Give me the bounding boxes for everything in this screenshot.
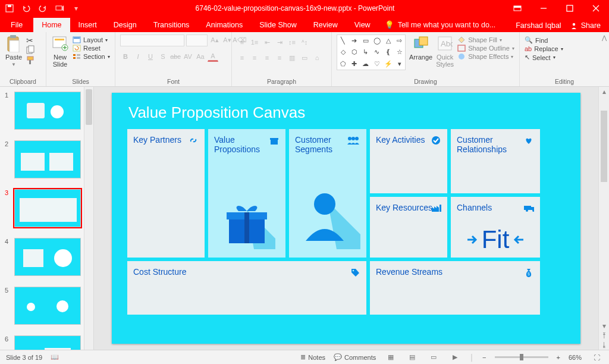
tab-animations[interactable]: Animations (197, 18, 251, 32)
zoom-level[interactable]: 66% (569, 354, 582, 361)
font-family-combo[interactable] (120, 34, 184, 46)
save-icon[interactable] (5, 4, 14, 13)
align-text-button[interactable]: ▭ (299, 52, 310, 63)
thumbnail-3[interactable]: 3 (5, 189, 81, 227)
zoom-slider[interactable] (495, 356, 548, 358)
shape-star-icon[interactable]: ☆ (394, 46, 405, 58)
copy-icon[interactable] (26, 45, 35, 56)
decrease-font-icon[interactable]: A▾ (222, 34, 233, 45)
shape-pentagon-icon[interactable]: ⬠ (337, 58, 349, 70)
tab-view[interactable]: View (346, 18, 379, 32)
cell-key-resources[interactable]: Key Resources (370, 197, 447, 258)
canvas-vertical-scrollbar[interactable]: ▴ ▾ ⭱ ⭳ (598, 87, 609, 350)
line-spacing-button[interactable]: ↕≡ (287, 37, 297, 48)
undo-icon[interactable] (21, 4, 31, 13)
shape-callout-icon[interactable]: ⬡ (349, 46, 360, 58)
cell-key-activities[interactable]: Key Activities (370, 129, 447, 193)
find-button[interactable]: 🔍Find (525, 36, 563, 44)
spellcheck-icon[interactable]: 📖 (51, 353, 59, 361)
justify-button[interactable]: ≡ (274, 52, 285, 63)
shape-rarrow-icon[interactable]: ⇨ (394, 35, 405, 46)
shape-rect-icon[interactable]: ▭ (360, 35, 371, 46)
fit-to-window-button[interactable]: ⛶ (590, 352, 603, 363)
notes-button[interactable]: ≣Notes (300, 353, 325, 361)
increase-indent-button[interactable]: ⇥ (274, 37, 285, 48)
shape-cross-icon[interactable]: ✚ (349, 58, 360, 70)
normal-view-button[interactable]: ▦ (384, 352, 397, 363)
align-right-button[interactable]: ≡ (262, 52, 272, 63)
font-color-button[interactable]: A (208, 51, 218, 62)
shape-brace-icon[interactable]: ❴ (382, 46, 394, 58)
tab-home[interactable]: Home (33, 18, 70, 32)
select-button[interactable]: ↖Select▾ (525, 54, 563, 61)
thumbnail-6[interactable]: 6 (5, 335, 81, 350)
shadow-button[interactable]: S (158, 51, 168, 62)
section-button[interactable]: Section▾ (73, 53, 110, 60)
shape-curve-icon[interactable]: ∿ (371, 46, 382, 58)
scroll-down-icon[interactable]: ▾ (599, 321, 609, 331)
arrange-button[interactable]: Arrange (409, 34, 432, 61)
tab-insert[interactable]: Insert (70, 18, 105, 32)
collapse-ribbon-icon[interactable]: ⋀ (602, 34, 607, 41)
smartart-button[interactable]: ⌂ (312, 52, 322, 63)
thumbnail-4[interactable]: 4 (5, 238, 81, 276)
shape-arrow-icon[interactable]: ➔ (349, 35, 360, 46)
paste-button[interactable]: Paste ▼ (5, 34, 23, 67)
bullets-button[interactable]: ≡ (237, 37, 247, 48)
comments-button[interactable]: 💬Comments (334, 353, 376, 361)
qat-more-icon[interactable]: ▾ (71, 4, 81, 13)
share-button[interactable]: Share (570, 21, 601, 30)
sorter-view-button[interactable]: ▤ (406, 352, 419, 363)
slide-canvas[interactable]: Value Proposition Canvas Key Partners Ke… (94, 87, 598, 350)
increase-font-icon[interactable]: A▴ (209, 34, 220, 45)
ribbon-display-options-icon[interactable] (504, 0, 530, 17)
font-size-combo[interactable] (186, 34, 208, 46)
scroll-up-icon[interactable]: ▴ (599, 87, 609, 96)
tab-review[interactable]: Review (305, 18, 346, 32)
zoom-out-button[interactable]: − (482, 354, 486, 361)
layout-button[interactable]: Layout▾ (73, 36, 110, 43)
change-case-button[interactable]: Aa (195, 51, 206, 62)
shape-effects-button[interactable]: Shape Effects▾ (457, 53, 514, 60)
italic-button[interactable]: I (133, 51, 143, 62)
slide-position[interactable]: Slide 3 of 19 (6, 354, 42, 361)
columns-button[interactable]: ▥ (287, 52, 297, 63)
shape-diamond-icon[interactable]: ◇ (337, 46, 349, 58)
minimize-button[interactable] (530, 0, 557, 17)
start-from-beginning-icon[interactable] (55, 4, 64, 13)
shape-triangle-icon[interactable]: △ (382, 35, 394, 46)
format-painter-icon[interactable] (26, 56, 35, 67)
tab-transitions[interactable]: Transitions (145, 18, 198, 32)
cell-cost-structure[interactable]: Cost Structure (127, 261, 366, 315)
shape-more-icon[interactable]: ▾ (394, 58, 405, 70)
cell-channels[interactable]: Channels Fit (451, 197, 540, 258)
numbering-button[interactable]: 1≡ (249, 37, 260, 48)
slideshow-view-button[interactable]: ▶ (448, 352, 462, 363)
cell-revenue-streams[interactable]: Revenue Streams $ (370, 261, 540, 315)
shape-oval-icon[interactable]: ◯ (371, 35, 382, 46)
maximize-button[interactable] (557, 0, 583, 17)
tab-slideshow[interactable]: Slide Show (251, 18, 305, 32)
prev-slide-icon[interactable]: ⭱ (599, 331, 609, 340)
slide-title[interactable]: Value Proposition Canvas (128, 103, 565, 122)
shape-outline-button[interactable]: Shape Outline▾ (457, 45, 514, 52)
shape-connector-icon[interactable]: ↳ (360, 46, 371, 58)
thumbnails-scrollbar[interactable] (84, 87, 93, 350)
thumbnail-5[interactable]: 5 (5, 287, 81, 325)
shape-cloud-icon[interactable]: ☁ (360, 58, 371, 70)
text-direction-button[interactable]: ᴬ↕ (299, 37, 310, 48)
quick-styles-button[interactable]: Abc Quick Styles (436, 34, 454, 68)
shape-line-icon[interactable]: ╲ (337, 35, 349, 46)
underline-button[interactable]: U (145, 51, 156, 62)
shape-bolt-icon[interactable]: ⚡ (382, 58, 394, 70)
new-slide-button[interactable]: New Slide (51, 34, 69, 68)
shape-fill-button[interactable]: Shape Fill▾ (457, 36, 514, 43)
user-name[interactable]: Farshad Iqbal (516, 21, 561, 30)
decrease-indent-button[interactable]: ⇤ (262, 37, 272, 48)
cell-value-propositions[interactable]: Value Propositions (208, 129, 285, 258)
next-slide-icon[interactable]: ⭳ (599, 340, 609, 350)
cell-customer-segments[interactable]: Customer Segments (289, 129, 366, 258)
tell-me-search[interactable]: 💡 Tell me what you want to do... (379, 17, 502, 32)
tab-design[interactable]: Design (105, 18, 145, 32)
reading-view-button[interactable]: ▭ (427, 352, 440, 363)
